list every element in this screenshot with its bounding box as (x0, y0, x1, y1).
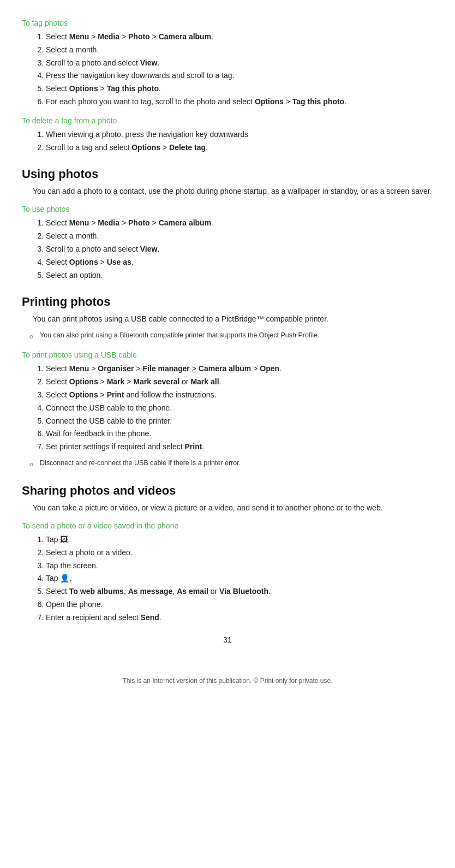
step-text: Select a month. (46, 45, 99, 54)
list-item: Scroll to a photo and select View. (46, 243, 433, 256)
printing-photos-body: You can print photos using a USB cable c… (33, 313, 433, 325)
list-item: Select a month. (46, 44, 433, 57)
step-text: For each photo you want to tag, scroll t… (46, 97, 346, 106)
step-text: Select a photo or a video. (46, 548, 133, 557)
list-item: Connect the USB cable to the phone. (46, 402, 433, 415)
sharing-heading: Sharing photos and videos (22, 484, 433, 498)
delete-tag-list: When viewing a photo, press the navigati… (46, 128, 433, 154)
step-text: Scroll to a photo and select View. (46, 245, 159, 253)
list-item: Scroll to a photo and select View. (46, 57, 433, 70)
list-item: Select a month. (46, 230, 433, 243)
list-item: Scroll to a tag and select Options > Del… (46, 141, 433, 154)
list-item: Select Menu > Organiser > File manager >… (46, 362, 433, 376)
sharing-body: You can take a picture or video, or view… (33, 502, 433, 514)
step-text: Select Options > Tag this photo. (46, 84, 161, 93)
page-number: 31 (22, 635, 433, 644)
step-text: Select an option. (46, 271, 103, 280)
step-text: Select Menu > Media > Photo > Camera alb… (46, 218, 213, 227)
step-text: Select a month. (46, 231, 99, 240)
step-text: Tap the screen. (46, 561, 98, 570)
step-text: Select Menu > Organiser > File manager >… (46, 364, 282, 373)
list-item: Select Options > Tag this photo. (46, 82, 433, 96)
step-text: Wait for feedback in the phone. (46, 429, 151, 438)
list-item: Press the navigation key downwards and s… (46, 69, 433, 82)
list-item: Select Menu > Media > Photo > Camera alb… (46, 31, 433, 44)
list-item: Select Options > Use as. (46, 256, 433, 269)
step-text: Tap 🖼. (46, 535, 70, 544)
send-photo-list: Tap 🖼. Select a photo or a video. Tap th… (46, 533, 433, 625)
tip-icon-2: ⚬ (27, 459, 35, 471)
list-item: Select Options > Mark > Mark several or … (46, 376, 433, 389)
list-item: Select Menu > Media > Photo > Camera alb… (46, 217, 433, 230)
tag-photos-list: Select Menu > Media > Photo > Camera alb… (46, 31, 433, 109)
list-item: Open the phone. (46, 598, 433, 611)
list-item: Tap 🖼. (46, 533, 433, 546)
step-text: Press the navigation key downwards and s… (46, 71, 235, 80)
step-text: Connect the USB cable to the printer. (46, 417, 172, 425)
step-text: Tap 👤. (46, 574, 71, 582)
step-text: Select Menu > Media > Photo > Camera alb… (46, 32, 213, 41)
print-usb-subheading: To print photos using a USB cable (22, 350, 433, 359)
list-item: Select a photo or a video. (46, 546, 433, 560)
tip-icon-1: ⚬ (27, 331, 35, 343)
print-usb-list: Select Menu > Organiser > File manager >… (46, 362, 433, 454)
step-text: Select Options > Use as. (46, 258, 134, 266)
step-text: Connect the USB cable to the phone. (46, 403, 172, 412)
step-text: When viewing a photo, press the navigati… (46, 130, 248, 139)
step-text: Enter a recipient and select Send. (46, 613, 161, 622)
using-photos-body: You can add a photo to a contact, use th… (33, 186, 433, 197)
step-text: Select Options > Mark > Mark several or … (46, 377, 221, 386)
step-text: Set printer settings if required and sel… (46, 442, 204, 451)
list-item: Tap 👤. (46, 572, 433, 585)
send-photo-subheading: To send a photo or a video saved in the … (22, 521, 433, 530)
list-item: Wait for feedback in the phone. (46, 427, 433, 441)
use-photos-list: Select Menu > Media > Photo > Camera alb… (46, 217, 433, 282)
list-item: Set printer settings if required and sel… (46, 441, 433, 454)
tip-text-1: You can also print using a Bluetooth com… (40, 330, 319, 341)
delete-tag-section: To delete a tag from a photo When viewin… (22, 116, 433, 154)
printing-photos-heading: Printing photos (22, 295, 433, 309)
tip-box-1: ⚬ You can also print using a Bluetooth c… (27, 330, 433, 343)
tip-box-2: ⚬ Disconnect and re-connect the USB cabl… (27, 458, 433, 471)
delete-tag-subheading: To delete a tag from a photo (22, 116, 433, 125)
list-item: Tap the screen. (46, 560, 433, 573)
footer-text: This is an Internet version of this publ… (22, 677, 433, 685)
use-photos-subheading: To use photos (22, 205, 433, 213)
step-text: Open the phone. (46, 600, 103, 609)
list-item: Select To web albums, As message, As ema… (46, 585, 433, 598)
using-photos-section: Using photos You can add a photo to a co… (22, 167, 433, 282)
list-item: When viewing a photo, press the navigati… (46, 128, 433, 141)
list-item: Enter a recipient and select Send. (46, 611, 433, 625)
list-item: Select Options > Print and follow the in… (46, 389, 433, 402)
sharing-section: Sharing photos and videos You can take a… (22, 484, 433, 625)
list-item: Connect the USB cable to the printer. (46, 415, 433, 428)
tag-photos-subheading: To tag photos (22, 19, 433, 27)
step-text: Scroll to a photo and select View. (46, 58, 159, 67)
using-photos-heading: Using photos (22, 167, 433, 181)
list-item: Select an option. (46, 269, 433, 282)
tag-photos-section: To tag photos Select Menu > Media > Phot… (22, 19, 433, 109)
step-text: Select To web albums, As message, As ema… (46, 587, 271, 596)
list-item: For each photo you want to tag, scroll t… (46, 96, 433, 109)
tip-text-2: Disconnect and re-connect the USB cable … (40, 458, 241, 468)
printing-photos-section: Printing photos You can print photos usi… (22, 295, 433, 471)
step-text: Select Options > Print and follow the in… (46, 390, 216, 399)
step-text: Scroll to a tag and select Options > Del… (46, 143, 208, 152)
